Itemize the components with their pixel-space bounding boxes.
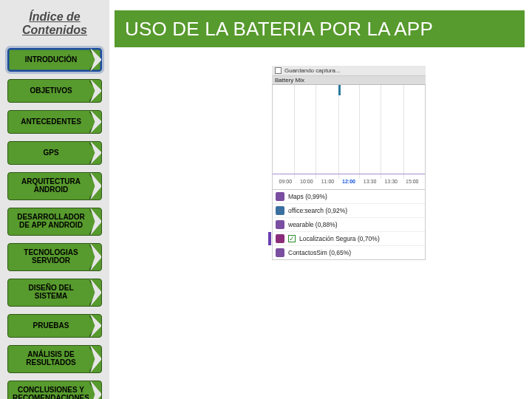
nav-label: ANÁLISIS DE RESULTADOS <box>13 351 89 366</box>
chevron-right-icon <box>89 80 101 102</box>
app-icon <box>276 248 284 257</box>
screenshot-statusbar: Guardando captura... <box>272 66 426 76</box>
sidebar-title-l1: Índice de <box>29 10 80 23</box>
nav-label: GPS <box>43 149 58 157</box>
tick: 09:00 <box>275 179 296 189</box>
battery-chart: 09:00 10:00 11:00 12:00 13:30 13:30 15:0… <box>272 85 426 190</box>
chevron-right-icon <box>89 208 101 235</box>
legend-row-office-search[interactable]: office:search (0,92%) <box>273 203 425 217</box>
tick: 15:00 <box>401 179 423 189</box>
chevron-right-icon <box>89 381 101 399</box>
legend-row-contactossim[interactable]: ContactosSim (0,65%) <box>273 245 425 259</box>
chevron-right-icon <box>89 315 101 337</box>
legend-label: wearable (0,88%) <box>288 221 338 228</box>
nav-label: DISEÑO DEL SISTEMA <box>13 284 89 300</box>
nav-label: OBJETIVOS <box>30 87 72 95</box>
tick: 13:30 <box>381 179 402 189</box>
checkbox-icon: ✓ <box>288 235 296 242</box>
app-icon <box>276 206 284 215</box>
nav-conclusiones[interactable]: CONCLUSIONES Y RECOMENDACIONES <box>7 381 102 399</box>
nav-label: PRUEBAS <box>33 322 69 330</box>
chevron-right-icon <box>89 111 101 133</box>
nav-analisis-resultados[interactable]: ANÁLISIS DE RESULTADOS <box>7 345 102 373</box>
nav-diseno-sistema[interactable]: DISEÑO DEL SISTEMA <box>7 279 102 307</box>
legend-row-maps[interactable]: Maps (0,99%) <box>273 190 425 203</box>
nav-arquitectura-android[interactable]: ARQUITECTURA ANDROID <box>7 172 102 200</box>
nav-label: TECNOLOGIAS SERVIDOR <box>13 249 89 265</box>
legend-label: office:search (0,92%) <box>288 207 347 214</box>
chevron-right-icon <box>89 49 101 71</box>
chevron-right-icon <box>89 346 101 372</box>
sidebar-title: Índice de Contenidos <box>0 0 109 45</box>
nav-label: INTRODUCIÓN <box>25 56 78 64</box>
sidebar-nav: INTRODUCIÓN OBJETIVOS ANTECEDENTES GPS A… <box>0 45 109 399</box>
nav-tecnologias-servidor[interactable]: TECNOLOGIAS SERVIDOR <box>7 243 102 271</box>
highlight-bar <box>268 232 271 245</box>
nav-gps[interactable]: GPS <box>7 141 102 165</box>
nav-label: CONCLUSIONES Y RECOMENDACIONES <box>13 386 89 399</box>
app-icon <box>276 234 284 243</box>
nav-antecedentes[interactable]: ANTECEDENTES <box>7 110 102 134</box>
sidebar: Índice de Contenidos INTRODUCIÓN OBJETIV… <box>0 0 109 399</box>
current-time-marker <box>338 85 341 95</box>
slide-title-bar: USO DE LA BATERIA POR LA APP <box>115 10 525 47</box>
chevron-right-icon <box>89 244 101 270</box>
chevron-right-icon <box>89 142 101 164</box>
app-icon <box>276 192 284 201</box>
tick: 11:00 <box>317 179 338 189</box>
nav-desarrollador-app-android[interactable]: DESARROLLADOR DE APP ANDROID <box>7 208 102 236</box>
legend-label: Localización Segura (0,70%) <box>299 235 380 242</box>
sidebar-title-l2: Contenidos <box>22 24 87 36</box>
battery-legend: Maps (0,99%) office:search (0,92%) weara… <box>272 190 426 260</box>
nav-objetivos[interactable]: OBJETIVOS <box>7 79 102 103</box>
legend-row-wearable[interactable]: wearable (0,88%) <box>273 217 425 231</box>
legend-label: Maps (0,99%) <box>288 193 327 200</box>
slide-title: USO DE LA BATERIA POR LA APP <box>125 18 433 41</box>
screenshot-panel: Guardando captura... Battery Mix 09:00 1… <box>272 66 426 260</box>
chart-series-line <box>273 174 425 174</box>
nav-label: DESARROLLADOR DE APP ANDROID <box>13 214 89 229</box>
nav-introduccion[interactable]: INTRODUCIÓN <box>7 48 102 72</box>
tick: 13:30 <box>359 179 381 189</box>
tick-current: 12:00 <box>338 179 360 189</box>
nav-pruebas[interactable]: PRUEBAS <box>7 314 102 338</box>
legend-label: ContactosSim (0,65%) <box>288 249 351 256</box>
legend-row-localizacion-segura[interactable]: ✓ Localización Segura (0,70%) <box>273 231 425 245</box>
saving-label: Guardando captura... <box>284 67 341 74</box>
save-icon <box>275 67 282 74</box>
chevron-right-icon <box>89 173 101 200</box>
nav-label: ANTECEDENTES <box>21 118 81 126</box>
chart-x-axis: 09:00 10:00 11:00 12:00 13:30 13:30 15:0… <box>273 179 425 189</box>
screenshot-section-label: Battery Mix <box>272 76 426 85</box>
nav-label: ARQUITECTURA ANDROID <box>13 178 89 194</box>
chevron-right-icon <box>89 279 101 306</box>
tick: 10:00 <box>296 179 318 189</box>
app-icon <box>276 220 284 229</box>
